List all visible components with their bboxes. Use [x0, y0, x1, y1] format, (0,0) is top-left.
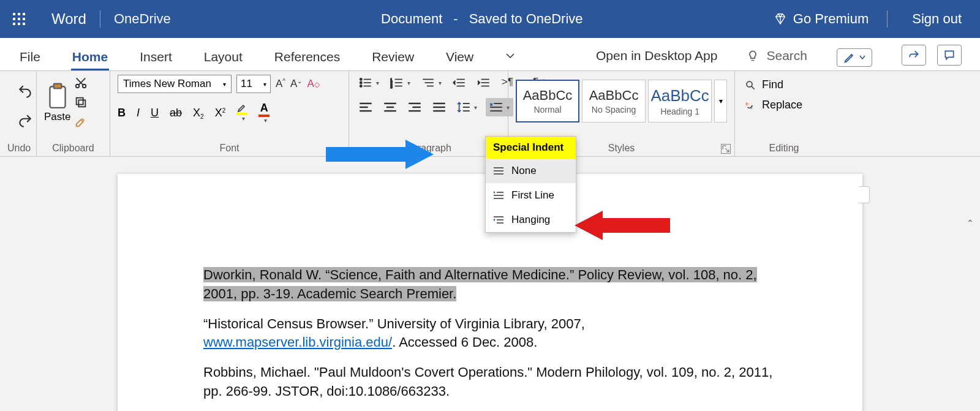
- font-color-button[interactable]: A: [258, 102, 270, 124]
- indent-option-hanging[interactable]: Hanging: [486, 208, 576, 232]
- multilevel-list-button[interactable]: [419, 75, 444, 91]
- special-indent-icon: [489, 100, 503, 114]
- align-left-icon: [359, 100, 372, 114]
- svg-rect-5: [23, 18, 25, 20]
- svg-text:3: 3: [390, 85, 393, 89]
- underline-button[interactable]: U: [151, 107, 159, 119]
- style-normal[interactable]: AaBbCcNormal: [516, 80, 579, 123]
- tab-home[interactable]: Home: [71, 50, 109, 70]
- numbering-button[interactable]: 123: [388, 75, 413, 91]
- tab-insert[interactable]: Insert: [138, 50, 173, 70]
- citation-1[interactable]: Dworkin, Ronald W. “Science, Faith and A…: [203, 266, 777, 304]
- svg-rect-1: [18, 13, 20, 15]
- search-box[interactable]: Search: [747, 48, 807, 70]
- app-launcher-button[interactable]: [0, 0, 38, 38]
- comments-button[interactable]: [937, 45, 962, 66]
- styles-dialog-launcher[interactable]: [721, 144, 731, 154]
- group-label-editing: Editing: [742, 140, 826, 155]
- subscript-button[interactable]: X2: [193, 107, 204, 119]
- style-sample: AaBbCc: [650, 86, 709, 105]
- title-bar: Word OneDrive Document - Saved to OneDri…: [0, 0, 980, 38]
- citation-2[interactable]: “Historical Census Browser.” University …: [203, 315, 777, 353]
- svg-rect-10: [53, 84, 61, 89]
- editing-mode-button[interactable]: [837, 48, 872, 67]
- strikethrough-button[interactable]: ab: [170, 107, 182, 119]
- format-painter-button[interactable]: [74, 115, 88, 131]
- highlighter-icon: [237, 104, 247, 113]
- multilevel-icon: [421, 76, 435, 89]
- svg-rect-6: [13, 23, 15, 25]
- text: “Historical Census Browser.” University …: [203, 316, 585, 331]
- indent-option-first-line[interactable]: First Line: [486, 183, 576, 208]
- svg-rect-9: [50, 86, 65, 108]
- go-premium-button[interactable]: Go Premium: [774, 11, 869, 27]
- redo-icon: [17, 113, 33, 129]
- justify-button[interactable]: [430, 99, 448, 115]
- superscript-button[interactable]: X2: [215, 107, 226, 119]
- page-side-tab[interactable]: [859, 186, 870, 203]
- open-in-desktop-button[interactable]: Open in Desktop App: [596, 48, 717, 70]
- copy-button[interactable]: [74, 96, 88, 111]
- app-brand[interactable]: Word: [38, 10, 100, 28]
- align-center-icon: [383, 100, 397, 114]
- sign-out-button[interactable]: Sign out: [906, 11, 962, 27]
- tab-layout[interactable]: Layout: [203, 50, 244, 70]
- share-icon: [908, 49, 920, 61]
- shrink-font-button[interactable]: A⌄: [290, 78, 302, 90]
- replace-button[interactable]: bc Replace: [742, 95, 826, 115]
- style-heading1[interactable]: AaBbCcHeading 1: [648, 80, 712, 123]
- indent-option-none[interactable]: None: [486, 159, 576, 183]
- justify-icon: [432, 100, 446, 114]
- style-sample: AaBbCc: [523, 88, 573, 104]
- font-name-select[interactable]: Times New Roman▾: [118, 75, 232, 93]
- line-spacing-icon: [457, 100, 470, 114]
- tab-file[interactable]: File: [18, 50, 42, 70]
- replace-icon: bc: [745, 100, 756, 111]
- highlight-color-button[interactable]: [236, 104, 247, 122]
- chevron-down-icon: [859, 55, 865, 60]
- font-size-select[interactable]: 11▾: [236, 75, 271, 93]
- increase-indent-button[interactable]: [475, 75, 493, 91]
- undo-button[interactable]: [17, 83, 33, 102]
- document-title-area: Document - Saved to OneDrive: [381, 11, 582, 27]
- align-left-button[interactable]: [356, 99, 375, 115]
- tab-more-chevron[interactable]: [504, 47, 516, 70]
- grow-font-button[interactable]: A^: [276, 78, 285, 90]
- align-right-icon: [408, 100, 421, 114]
- search-icon: [745, 80, 756, 91]
- group-label-clipboard: Clipboard: [44, 140, 102, 155]
- undo-icon: [17, 83, 33, 99]
- comment-icon: [943, 49, 956, 61]
- line-spacing-button[interactable]: [454, 99, 480, 115]
- find-button[interactable]: Find: [742, 75, 826, 95]
- align-center-button[interactable]: [381, 99, 399, 115]
- onedrive-link[interactable]: OneDrive: [100, 11, 184, 27]
- tab-view[interactable]: View: [445, 50, 475, 70]
- share-button[interactable]: [902, 45, 926, 66]
- svg-rect-14: [77, 98, 83, 105]
- indent-firstline-icon: [493, 191, 504, 200]
- clear-formatting-button[interactable]: A◇: [307, 78, 319, 90]
- decrease-indent-button[interactable]: [450, 75, 469, 91]
- styles-more-button[interactable]: ▾: [714, 80, 727, 123]
- title-dash: -: [453, 11, 458, 27]
- font-size-value: 11: [241, 78, 252, 90]
- paste-label: Paste: [44, 111, 70, 123]
- style-no-spacing[interactable]: AaBbCcNo Spacing: [582, 80, 646, 123]
- redo-button[interactable]: [17, 113, 33, 131]
- italic-button[interactable]: I: [137, 107, 140, 119]
- bullets-button[interactable]: [356, 75, 382, 91]
- group-clipboard: Paste Clipboard: [37, 71, 110, 156]
- paste-button[interactable]: Paste: [44, 83, 70, 123]
- tab-review[interactable]: Review: [371, 50, 415, 70]
- cut-button[interactable]: [74, 76, 88, 92]
- bold-button[interactable]: B: [118, 107, 126, 119]
- svg-point-17: [360, 81, 362, 83]
- tab-references[interactable]: References: [273, 50, 341, 70]
- citation-link[interactable]: www.mapserver.lib.virginia.edu/: [203, 334, 392, 350]
- numbering-icon: 123: [390, 76, 404, 89]
- special-indent-dropdown: Special Indent None First Line Hanging: [485, 136, 576, 233]
- citation-3[interactable]: Robbins, Michael. "Paul Muldoon's Covert…: [203, 363, 777, 401]
- document-name[interactable]: Document: [381, 11, 442, 27]
- align-right-button[interactable]: [405, 99, 424, 115]
